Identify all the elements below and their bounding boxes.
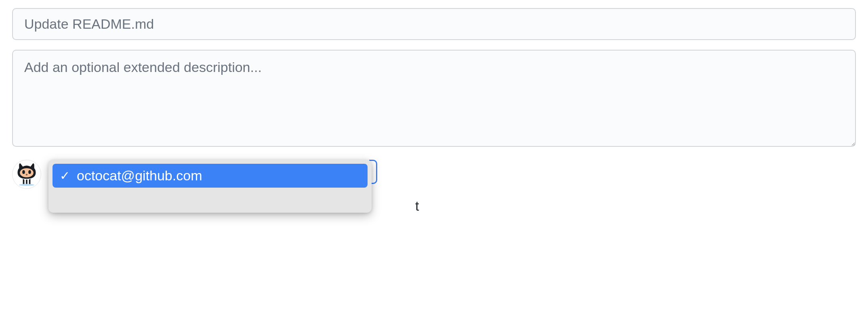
- email-dropdown-menu: ✓ octocat@github.com: [48, 160, 372, 213]
- dropdown-spacer: [53, 188, 368, 209]
- email-dropdown-item[interactable]: ✓ octocat@github.com: [53, 164, 368, 188]
- email-dropdown-container: ✓ octocat@github.com t: [48, 160, 372, 213]
- commit-title-input[interactable]: [12, 8, 856, 40]
- checkmark-icon: ✓: [60, 169, 69, 183]
- svg-point-2: [28, 170, 31, 174]
- email-dropdown-item-label: octocat@github.com: [77, 168, 202, 184]
- author-row: ✓ octocat@github.com t: [12, 160, 856, 213]
- svg-point-4: [19, 184, 34, 186]
- commit-description-input[interactable]: [12, 50, 856, 147]
- svg-point-3: [26, 174, 28, 175]
- svg-point-0: [20, 168, 34, 178]
- obscured-text-fragment: t: [415, 198, 419, 214]
- avatar: [12, 160, 41, 189]
- octocat-icon: [15, 162, 39, 186]
- svg-point-1: [22, 170, 25, 174]
